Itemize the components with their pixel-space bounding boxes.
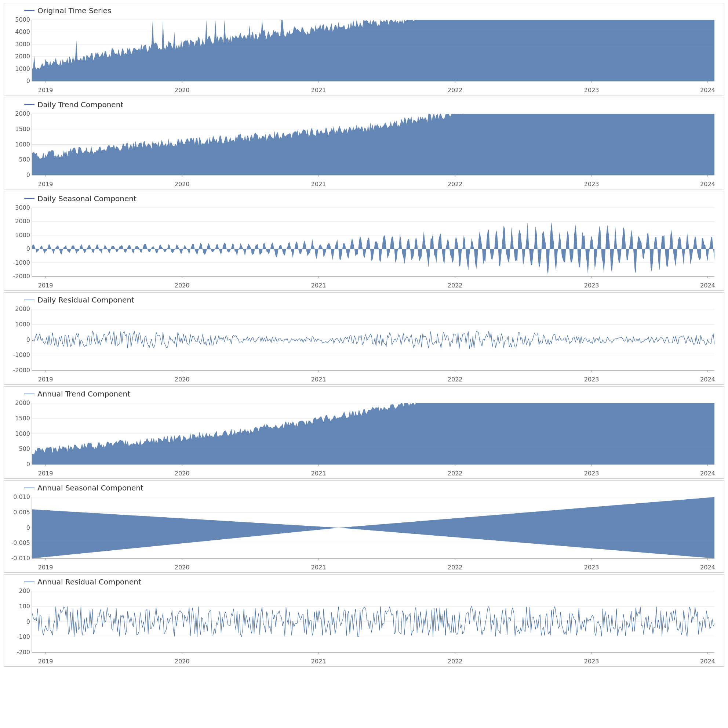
chart-svg-annual-trend: 0500100015002000201920202021202220232024 bbox=[4, 386, 724, 478]
svg-text:2022: 2022 bbox=[448, 282, 463, 289]
svg-text:2023: 2023 bbox=[584, 282, 599, 289]
svg-text:2000: 2000 bbox=[15, 399, 30, 406]
svg-text:2024: 2024 bbox=[700, 282, 715, 289]
svg-text:2021: 2021 bbox=[311, 376, 326, 383]
svg-text:100: 100 bbox=[19, 603, 30, 610]
svg-text:2020: 2020 bbox=[175, 282, 190, 289]
svg-text:2023: 2023 bbox=[584, 564, 599, 571]
legend-line-daily-residual bbox=[24, 300, 35, 300]
svg-text:2020: 2020 bbox=[175, 181, 190, 188]
svg-text:2023: 2023 bbox=[584, 181, 599, 188]
svg-text:-1000: -1000 bbox=[13, 259, 31, 266]
svg-text:2024: 2024 bbox=[700, 658, 715, 665]
chart-title-original-time-series: Original Time Series bbox=[24, 6, 111, 15]
svg-text:1000: 1000 bbox=[15, 321, 30, 328]
chart-panel-daily-trend: Daily Trend Component0500100015002000201… bbox=[4, 97, 724, 189]
svg-text:2021: 2021 bbox=[311, 470, 326, 477]
chart-data-original-time-series bbox=[32, 20, 714, 81]
svg-text:2022: 2022 bbox=[448, 87, 463, 93]
chart-title-annual-seasonal: Annual Seasonal Component bbox=[24, 483, 144, 492]
svg-text:2021: 2021 bbox=[311, 658, 326, 665]
chart-title-text-annual-trend: Annual Trend Component bbox=[37, 389, 130, 398]
svg-text:2000: 2000 bbox=[15, 53, 30, 60]
svg-text:-100: -100 bbox=[17, 633, 30, 640]
chart-title-daily-seasonal: Daily Seasonal Component bbox=[24, 194, 136, 203]
chart-svg-daily-residual: -2000-1000010002000201920202021202220232… bbox=[4, 293, 724, 385]
charts-container: Original Time Series01000200030004000500… bbox=[0, 0, 728, 671]
svg-text:500: 500 bbox=[19, 445, 30, 452]
svg-text:2020: 2020 bbox=[175, 658, 190, 665]
chart-data-daily-seasonal bbox=[32, 222, 714, 275]
svg-text:2023: 2023 bbox=[584, 658, 599, 665]
chart-svg-daily-trend: 0500100015002000201920202021202220232024 bbox=[4, 97, 724, 189]
chart-title-text-annual-residual: Annual Residual Component bbox=[37, 578, 141, 586]
chart-svg-annual-residual: -200-1000100200201920202021202220232024 bbox=[4, 575, 724, 666]
svg-text:1500: 1500 bbox=[15, 415, 30, 422]
svg-text:2022: 2022 bbox=[448, 181, 463, 188]
svg-text:2023: 2023 bbox=[584, 376, 599, 383]
svg-text:1000: 1000 bbox=[15, 231, 30, 239]
svg-text:2022: 2022 bbox=[448, 376, 463, 383]
svg-text:0.010: 0.010 bbox=[13, 494, 30, 500]
svg-text:0: 0 bbox=[26, 172, 30, 178]
chart-svg-original-time-series: 0100020003000400050002019202020212022202… bbox=[4, 3, 724, 95]
legend-line-annual-trend bbox=[24, 394, 35, 394]
svg-text:3000: 3000 bbox=[15, 41, 30, 48]
svg-text:4000: 4000 bbox=[15, 28, 30, 35]
svg-text:2019: 2019 bbox=[38, 282, 53, 289]
svg-text:2019: 2019 bbox=[38, 376, 53, 383]
chart-title-daily-trend: Daily Trend Component bbox=[24, 100, 123, 109]
svg-text:5000: 5000 bbox=[15, 16, 30, 23]
svg-text:-2000: -2000 bbox=[13, 367, 31, 374]
svg-text:1000: 1000 bbox=[15, 141, 30, 148]
chart-title-text-original-time-series: Original Time Series bbox=[37, 6, 111, 15]
svg-text:-0.005: -0.005 bbox=[11, 539, 30, 546]
svg-text:0.005: 0.005 bbox=[13, 509, 30, 516]
chart-data-daily-residual bbox=[32, 331, 714, 349]
chart-panel-annual-trend: Annual Trend Component050010001500200020… bbox=[4, 386, 724, 479]
chart-title-annual-trend: Annual Trend Component bbox=[24, 389, 130, 398]
chart-panel-annual-residual: Annual Residual Component-200-1000100200… bbox=[4, 574, 724, 667]
svg-text:2023: 2023 bbox=[584, 470, 599, 477]
svg-text:2021: 2021 bbox=[311, 87, 326, 93]
chart-svg-daily-seasonal: -2000-1000010002000300020192020202120222… bbox=[4, 191, 724, 290]
chart-title-annual-residual: Annual Residual Component bbox=[24, 578, 141, 586]
svg-text:2024: 2024 bbox=[700, 181, 715, 188]
svg-text:0: 0 bbox=[26, 77, 30, 84]
svg-text:2019: 2019 bbox=[38, 658, 53, 665]
chart-panel-original-time-series: Original Time Series01000200030004000500… bbox=[4, 3, 724, 95]
svg-text:2024: 2024 bbox=[700, 376, 715, 383]
svg-text:2020: 2020 bbox=[175, 564, 190, 571]
chart-panel-daily-seasonal: Daily Seasonal Component-2000-1000010002… bbox=[4, 191, 724, 291]
svg-text:2022: 2022 bbox=[448, 470, 463, 477]
svg-text:2019: 2019 bbox=[38, 564, 53, 571]
svg-text:2019: 2019 bbox=[38, 87, 53, 93]
svg-text:500: 500 bbox=[19, 156, 30, 163]
svg-text:0: 0 bbox=[26, 524, 30, 531]
chart-title-text-daily-trend: Daily Trend Component bbox=[37, 100, 123, 109]
svg-text:2021: 2021 bbox=[311, 282, 326, 289]
svg-text:200: 200 bbox=[19, 587, 30, 595]
svg-text:2021: 2021 bbox=[311, 564, 326, 571]
svg-text:0: 0 bbox=[26, 245, 30, 252]
svg-text:1500: 1500 bbox=[15, 126, 30, 133]
chart-title-text-daily-residual: Daily Residual Component bbox=[37, 296, 134, 304]
legend-line-daily-seasonal bbox=[24, 198, 35, 199]
svg-text:2023: 2023 bbox=[584, 87, 599, 93]
legend-line-daily-trend bbox=[24, 104, 35, 105]
svg-text:2019: 2019 bbox=[38, 181, 53, 188]
svg-text:0: 0 bbox=[26, 618, 30, 625]
svg-text:-0.010: -0.010 bbox=[11, 555, 30, 562]
chart-panel-annual-seasonal: Annual Seasonal Component-0.010-0.00500.… bbox=[4, 480, 724, 573]
chart-title-text-daily-seasonal: Daily Seasonal Component bbox=[37, 194, 136, 203]
svg-text:-200: -200 bbox=[17, 649, 30, 656]
svg-text:2024: 2024 bbox=[700, 470, 715, 477]
svg-text:2000: 2000 bbox=[15, 305, 30, 313]
svg-text:2020: 2020 bbox=[175, 376, 190, 383]
svg-text:1000: 1000 bbox=[15, 430, 30, 437]
legend-line-original-time-series bbox=[24, 10, 35, 11]
chart-title-daily-residual: Daily Residual Component bbox=[24, 296, 134, 304]
svg-text:2022: 2022 bbox=[448, 658, 463, 665]
legend-line-annual-seasonal bbox=[24, 487, 35, 488]
svg-text:2024: 2024 bbox=[700, 564, 715, 571]
